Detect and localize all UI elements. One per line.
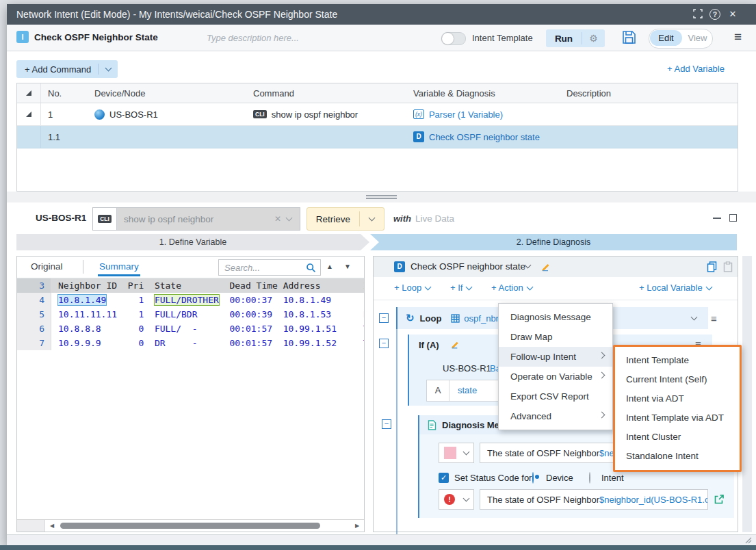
- resize-grip[interactable]: [745, 537, 752, 544]
- screen: Network Intent (Edit Mode) - My Intents/…: [0, 0, 756, 550]
- paste-icon[interactable]: [723, 261, 733, 272]
- search-icon[interactable]: [306, 263, 320, 273]
- add-variable-link[interactable]: + Add Variable: [667, 64, 725, 74]
- menu-item-operate-on-variable[interactable]: Operate on Variable: [499, 367, 612, 387]
- error-icon: !: [444, 494, 455, 505]
- intent-template-toggle[interactable]: [441, 32, 466, 45]
- view-tab[interactable]: View: [683, 29, 712, 48]
- scroll-left-icon[interactable]: ◀: [45, 523, 59, 529]
- highlighted-value[interactable]: FULL/DROTHER: [155, 295, 219, 305]
- data-source-label[interactable]: Live Data: [415, 213, 454, 224]
- menu-hamburger-icon[interactable]: ≡: [734, 30, 742, 44]
- add-action-button[interactable]: + Action: [491, 283, 532, 293]
- code-line-3: 3Neighbor ID Pri State Dead Time Address…: [17, 278, 364, 293]
- submenu-item-intent-template-via-adt[interactable]: Intent Template via ADT: [615, 408, 740, 428]
- highlighted-value[interactable]: 10.8.1.49: [58, 295, 106, 305]
- background-window-edge: [0, 545, 756, 550]
- minimize-icon[interactable]: [713, 218, 721, 219]
- edit-view-switch: Edit View: [649, 29, 713, 49]
- submenu-item-intent-via-adt[interactable]: Intent via ADT: [615, 389, 740, 408]
- retrieve-button[interactable]: Retrieve: [307, 214, 359, 224]
- command-dropdown-chevron-icon[interactable]: [286, 215, 293, 222]
- cli-command-value[interactable]: show ip ospf neighbor: [124, 214, 269, 224]
- retrieve-button-group: Retrieve: [307, 207, 384, 231]
- diagnosis-badge-icon: D: [394, 261, 405, 272]
- scroll-right-icon[interactable]: ▶: [350, 523, 364, 529]
- loop-icon: ↻: [406, 312, 415, 324]
- col-no: No.: [41, 88, 88, 99]
- submenu-item-intent-cluster[interactable]: Intent Cluster: [615, 428, 740, 447]
- tab-original[interactable]: Original: [31, 261, 63, 272]
- submenu-item-intent-template[interactable]: Intent Template: [615, 351, 740, 370]
- clear-icon[interactable]: ✕: [274, 214, 281, 224]
- collapse-diagnosis-icon[interactable]: −: [382, 419, 391, 429]
- help-icon[interactable]: ?: [709, 9, 720, 20]
- collapse-loop-icon[interactable]: −: [379, 313, 389, 323]
- search-box: [218, 259, 321, 276]
- loop-extra-chevron-icon[interactable]: [691, 314, 698, 321]
- loop-variable-dropdown[interactable]: ospf_nbr: [464, 313, 499, 324]
- search-next-icon[interactable]: ▼: [344, 263, 351, 270]
- submenu-item-current-intent-self[interactable]: Current Intent (Self): [615, 370, 740, 389]
- row-collapse-icon[interactable]: [17, 103, 41, 125]
- copy-icon[interactable]: [707, 261, 717, 272]
- message-color-dropdown[interactable]: [439, 443, 474, 463]
- status-severity-dropdown[interactable]: !: [439, 489, 474, 510]
- save-button[interactable]: [621, 29, 637, 45]
- fullscreen-icon[interactable]: [693, 9, 704, 20]
- external-link-icon[interactable]: [714, 494, 725, 505]
- retrieve-dropdown-chevron-icon[interactable]: [360, 218, 384, 220]
- search-prev-icon[interactable]: ▲: [326, 263, 333, 270]
- title-bar: Network Intent (Edit Mode) - My Intents/…: [7, 4, 756, 25]
- step-define-variable[interactable]: 1. Define Variable: [16, 234, 369, 250]
- menu-item-diagnosis-message[interactable]: Diagnosis Message: [499, 307, 612, 327]
- menu-item-follow-up-intent[interactable]: Follow-up Intent: [499, 347, 612, 367]
- add-if-button[interactable]: + If: [450, 283, 471, 293]
- radio-device[interactable]: [532, 472, 534, 484]
- intent-badge-icon: I: [16, 31, 29, 43]
- diagnosis-title[interactable]: Check OSPF neighbor state: [410, 261, 525, 272]
- add-local-variable-button[interactable]: + Local Variable: [639, 283, 712, 293]
- description-placeholder[interactable]: Type description here...: [207, 33, 299, 43]
- menu-item-draw-map[interactable]: Draw Map: [499, 327, 612, 347]
- add-command-button[interactable]: + Add Command: [16, 60, 118, 78]
- collapse-if-icon[interactable]: −: [379, 339, 389, 348]
- edit-tab[interactable]: Edit: [650, 30, 682, 46]
- dialog-footer: [7, 534, 756, 545]
- code-line-7: 710.9.9.9 0 DR - 00:01:57 10.99.1.52 Tun: [17, 336, 364, 350]
- table-row[interactable]: 1 US-BOS-R1 CLIshow ip ospf neighbor (x)…: [17, 103, 738, 126]
- parsed-output: 3Neighbor ID Pri State Dead Time Address…: [17, 278, 364, 520]
- submenu-arrow-icon: [599, 412, 605, 419]
- add-loop-button[interactable]: + Loop: [394, 283, 430, 293]
- status-message-input[interactable]: The state of OSPF Neighbor $neighbor_id(…: [480, 489, 708, 510]
- submenu-item-standalone-intent[interactable]: Standalone Intent: [615, 447, 740, 466]
- diagnosis-header: D Check OSPF neighbor state: [374, 257, 738, 278]
- horizontal-splitter[interactable]: [7, 192, 756, 202]
- diagnosis-link[interactable]: Check OSPF neighbor state: [429, 132, 540, 142]
- close-icon[interactable]: ✕: [727, 9, 738, 20]
- scrollbar-track[interactable]: [59, 520, 350, 532]
- menu-item-export-csv-report[interactable]: Export CSV Report: [499, 387, 612, 406]
- collapse-all-icon[interactable]: [17, 83, 41, 103]
- intent-template-label: Intent Template: [472, 33, 533, 43]
- add-command-chevron-icon[interactable]: [99, 68, 118, 70]
- line-number: 7: [17, 336, 51, 350]
- condition-value[interactable]: state: [449, 380, 477, 401]
- parser-link[interactable]: Parser (1 Variable): [429, 109, 503, 120]
- cli-command-input[interactable]: CLI show ip ospf neighbor ✕: [92, 207, 300, 231]
- loop-row-menu-icon[interactable]: ≡: [711, 313, 717, 324]
- maximize-icon[interactable]: [729, 214, 737, 222]
- edit-if-pencil-icon[interactable]: [450, 339, 460, 350]
- menu-item-advanced[interactable]: Advanced: [499, 406, 612, 426]
- run-button[interactable]: Run: [546, 34, 582, 44]
- step-define-diagnosis[interactable]: 2. Define Diagnosis: [370, 234, 737, 250]
- edit-pencil-icon[interactable]: [540, 261, 551, 272]
- tab-summary[interactable]: Summary: [99, 261, 139, 272]
- radio-intent[interactable]: [589, 472, 590, 484]
- table-row-selected[interactable]: 1.1 DCheck OSPF neighbor state: [17, 126, 738, 148]
- run-settings-gear-icon[interactable]: ⚙: [582, 33, 605, 44]
- vertical-scrollbar-track[interactable]: [742, 256, 752, 532]
- search-input[interactable]: [219, 262, 306, 274]
- status-code-checkbox[interactable]: ✓: [439, 473, 449, 483]
- scrollbar-thumb[interactable]: [60, 523, 320, 529]
